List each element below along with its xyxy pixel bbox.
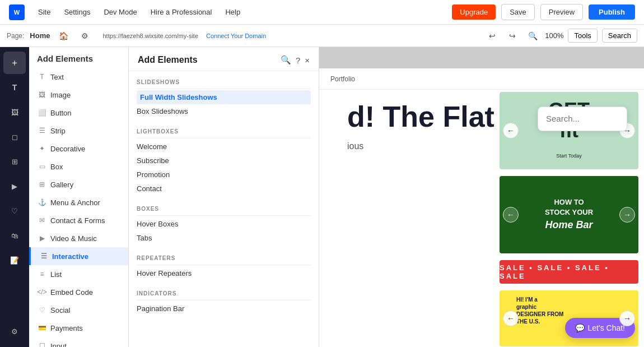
nav-settings[interactable]: Settings — [64, 8, 90, 16]
second-bar: Page: Home 🏠 ⚙ https://faezeh8.wixsite.c… — [0, 25, 644, 47]
top-bar-left: W Site Settings Dev Mode Hire a Professi… — [9, 4, 240, 20]
connect-domain-link[interactable]: Connect Your Domain — [206, 33, 266, 39]
slide-prev-bar[interactable]: ← — [503, 207, 519, 223]
nav-site[interactable]: Site — [38, 8, 50, 16]
store-strip-icon[interactable]: 🛍 — [3, 224, 26, 247]
embed-icon: </> — [37, 287, 47, 297]
blog-strip-icon[interactable]: 📝 — [3, 249, 26, 271]
cat-hover-boxes[interactable]: Hover Boxes — [137, 217, 311, 231]
text-icon: T — [37, 72, 47, 82]
lightboxes-label: LIGHTBOXES — [137, 125, 311, 137]
upgrade-button[interactable]: Upgrade — [452, 4, 496, 20]
sidebar-item-video-music[interactable]: ▶Video & Music — [29, 229, 128, 247]
cat-pagination-bar[interactable]: Pagination Bar — [137, 302, 311, 316]
slideshows-label: SLIDESHOWS — [137, 76, 311, 87]
save-button[interactable]: Save — [501, 4, 535, 20]
image-strip-icon[interactable]: 🖼 — [3, 101, 26, 123]
domain-url: https://faezeh8.wixsite.com/my-site — [102, 33, 198, 39]
slide-prev-designer[interactable]: ← — [503, 311, 519, 326]
page-header-mockup: Portfolio — [319, 68, 644, 90]
decorative-icon: ✦ — [37, 144, 47, 154]
video-strip-icon[interactable]: ▶ — [3, 175, 26, 197]
sidebar-item-gallery[interactable]: ⊞Gallery — [29, 175, 128, 193]
sidebar-item-decorative[interactable]: ✦Decorative — [29, 140, 128, 158]
cat-promotion[interactable]: Promotion — [137, 168, 311, 182]
shapes-strip-icon[interactable]: ◻ — [3, 126, 26, 148]
button-icon: ⬜ — [37, 108, 47, 118]
sidebar-item-contact-forms[interactable]: ✉Contact & Forms — [29, 211, 128, 229]
list-icon: ≡ — [37, 269, 47, 279]
slideshows-section: SLIDESHOWS Full Width Slideshows Box Sli… — [129, 71, 319, 121]
main-layout: ＋ T 🖼 ◻ ⊞ ▶ ♡ 🛍 📝 ⚙ Add Elements TText 🖼… — [0, 47, 644, 347]
contact-icon: ✉ — [37, 215, 47, 225]
sidebar-item-box[interactable]: ▭Box — [29, 158, 128, 175]
sidebar-item-input[interactable]: ☐Input — [29, 337, 128, 347]
nav-dev-mode[interactable]: Dev Mode — [104, 8, 137, 16]
gallery-strip-icon[interactable]: ⊞ — [3, 150, 26, 173]
add-elements-strip-icon[interactable]: ＋ — [3, 52, 26, 74]
mock-nav-portfolio: Portfolio — [330, 75, 355, 83]
wix-logo: W — [9, 4, 25, 20]
input-icon: ☐ — [37, 341, 47, 347]
panel-header-icons: 🔍 ? × — [281, 55, 310, 65]
boxes-label: BOXES — [137, 202, 311, 214]
indicators-section: INDICATORS Pagination Bar — [129, 283, 319, 318]
sidebar-header: Add Elements — [29, 47, 128, 68]
slide-next-bar[interactable]: → — [619, 207, 635, 223]
slide-prev-fitness[interactable]: ← — [503, 123, 519, 138]
canvas-headline: d! The Flat — [347, 102, 494, 131]
cat-full-width-slideshows[interactable]: Full Width Slideshows — [137, 90, 311, 104]
nav-hire[interactable]: Hire a Professional — [151, 8, 212, 16]
cat-box-slideshows[interactable]: Box Slideshows — [137, 104, 311, 118]
settings-strip-icon[interactable]: ⚙ — [3, 320, 26, 343]
sidebar-item-social[interactable]: ♡Social — [29, 301, 128, 319]
cat-hover-repeaters[interactable]: Hover Repeaters — [137, 266, 311, 280]
tools-button[interactable]: Tools — [568, 29, 597, 43]
slide-next-designer[interactable]: → — [619, 311, 635, 326]
sale-text: SALE • SALE • SALE • SALE — [500, 263, 638, 280]
preview-button[interactable]: Preview — [540, 4, 583, 20]
publish-button[interactable]: Publish — [589, 4, 635, 20]
page-settings-button[interactable]: ⚙ — [77, 28, 92, 44]
cat-welcome[interactable]: Welcome — [137, 140, 311, 154]
sidebar-item-payments[interactable]: 💳Payments — [29, 319, 128, 337]
sidebar-item-strip[interactable]: ☰Strip — [29, 122, 128, 140]
page-picker-button[interactable]: 🏠 — [55, 28, 71, 44]
sidebar-item-image[interactable]: 🖼Image — [29, 86, 128, 104]
social-strip-icon[interactable]: ♡ — [3, 200, 26, 222]
text-strip-icon[interactable]: T — [3, 76, 26, 99]
image-icon: 🖼 — [37, 90, 47, 100]
repeaters-label: REPEATERS — [137, 252, 311, 263]
sidebar-item-button[interactable]: ⬜Button — [29, 104, 128, 122]
panel-title: Add Elements — [138, 55, 198, 65]
sidebar-item-list[interactable]: ≡List — [29, 265, 128, 283]
panel-search-icon[interactable]: 🔍 — [281, 55, 291, 65]
lightboxes-section: LIGHTBOXES Welcome Subscribe Promotion C… — [129, 121, 319, 198]
cat-contact[interactable]: Contact — [137, 182, 311, 196]
page-label: Page: — [7, 32, 24, 40]
box-icon: ▭ — [37, 161, 47, 172]
undo-button[interactable]: ↩ — [484, 28, 500, 44]
cat-subscribe[interactable]: Subscribe — [137, 154, 311, 168]
redo-button[interactable]: ↪ — [505, 28, 520, 44]
search-input[interactable] — [546, 114, 619, 123]
panel-header: Add Elements 🔍 ? × — [129, 47, 319, 71]
indicators-label: INDICATORS — [137, 287, 311, 299]
sidebar-item-menu-anchor[interactable]: ⚓Menu & Anchor — [29, 193, 128, 211]
top-bar: W Site Settings Dev Mode Hire a Professi… — [0, 0, 644, 25]
chat-label: Let's Chat! — [588, 323, 626, 332]
zoom-out-button[interactable]: 🔍 — [525, 28, 540, 44]
slide-card-bar: ← HOW TOSTOCK YOURHome Bar → — [500, 176, 638, 253]
preview-area: Portfolio d! The Flat ious ← GETfitStart… — [319, 47, 644, 347]
video-music-icon: ▶ — [37, 233, 47, 243]
cat-tabs[interactable]: Tabs — [137, 231, 311, 245]
panel-close-button[interactable]: × — [305, 55, 310, 65]
left-area: Add Elements TText 🖼Image ⬜Button ☰Strip… — [29, 47, 319, 347]
search-button[interactable]: Search — [602, 29, 637, 43]
nav-help[interactable]: Help — [225, 8, 240, 16]
sidebar-item-embed-code[interactable]: </>Embed Code — [29, 283, 128, 301]
sidebar-item-text[interactable]: TText — [29, 68, 128, 86]
add-elements-panel: Add Elements 🔍 ? × SLIDESHOWS Full Width… — [129, 47, 319, 347]
panel-help-icon[interactable]: ? — [296, 55, 300, 65]
sidebar-item-interactive[interactable]: ☰Interactive — [29, 247, 128, 265]
